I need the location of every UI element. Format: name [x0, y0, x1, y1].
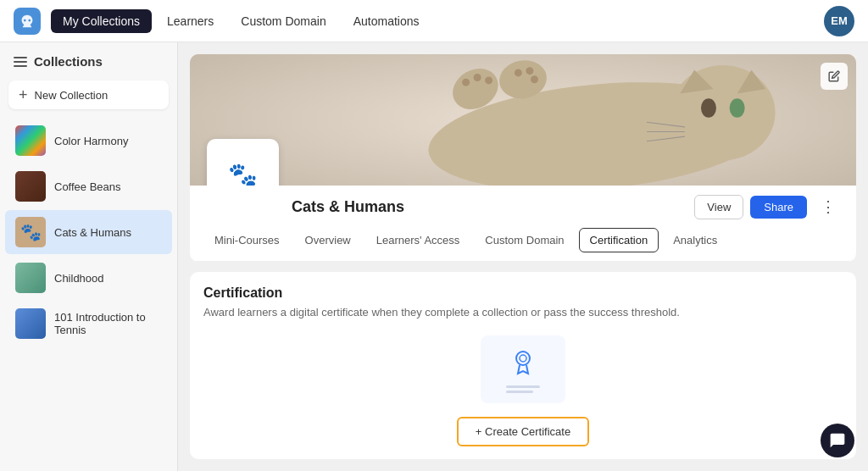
nav-learners[interactable]: Learners — [155, 9, 225, 33]
cert-line-1 — [506, 385, 540, 388]
certification-title: Certification — [203, 285, 843, 301]
collection-thumbnail: 🐾 — [207, 139, 279, 186]
svg-point-17 — [485, 76, 492, 84]
svg-point-21 — [516, 352, 530, 365]
tab-certification[interactable]: Certification — [579, 228, 659, 252]
certification-description: Award learners a digital certificate whe… — [203, 306, 843, 319]
nav-my-collections[interactable]: My Collections — [51, 9, 152, 33]
cert-line-2 — [506, 391, 533, 393]
main-layout: Collections + New Collection Color Harmo… — [0, 42, 868, 471]
collection-thumb-color-harmony — [15, 125, 46, 156]
certification-placeholder: + Create Certificate — [203, 335, 843, 446]
collection-info-row: Cats & Humans View Share ⋮ — [190, 186, 856, 228]
user-avatar[interactable]: EM — [824, 6, 854, 36]
svg-point-1 — [28, 19, 31, 21]
top-nav: My Collections Learners Custom Domain Au… — [0, 0, 868, 42]
new-collection-label: New Collection — [35, 89, 108, 102]
tabs-bar: Mini-Courses Overview Learners' Access C… — [190, 228, 856, 262]
svg-point-19 — [526, 67, 533, 75]
chat-fab-button[interactable] — [821, 424, 854, 457]
collection-banner: 🐾 — [190, 54, 856, 186]
svg-point-22 — [520, 355, 526, 362]
banner-edit-button[interactable] — [821, 63, 848, 90]
content-area: 🐾 Cats & Humans View Share ⋮ Mini-Course… — [178, 42, 868, 471]
cert-icon-lines — [506, 385, 540, 393]
collection-thumb-tennis — [15, 308, 46, 339]
tab-custom-domain[interactable]: Custom Domain — [474, 228, 575, 252]
tab-analytics[interactable]: Analytics — [662, 228, 728, 252]
collection-name-tennis: 101 Introduction to Tennis — [54, 311, 162, 336]
sidebar-item-cats-humans[interactable]: 🐾 Cats & Humans — [5, 210, 172, 254]
hamburger-menu[interactable] — [14, 57, 27, 67]
svg-point-15 — [462, 79, 470, 86]
tab-overview[interactable]: Overview — [294, 228, 362, 252]
sidebar-item-color-harmony[interactable]: Color Harmony — [5, 119, 172, 163]
banner-image — [190, 54, 856, 186]
sidebar: Collections + New Collection Color Harmo… — [0, 42, 178, 471]
share-button[interactable]: Share — [750, 196, 807, 219]
collection-header-card: 🐾 Cats & Humans View Share ⋮ Mini-Course… — [190, 54, 856, 262]
svg-point-18 — [515, 69, 522, 76]
collection-name-coffee-beans: Coffee Beans — [54, 180, 121, 193]
svg-point-16 — [474, 74, 481, 81]
svg-point-7 — [730, 98, 745, 117]
create-certificate-button[interactable]: + Create Certificate — [457, 417, 589, 446]
collection-name-color-harmony: Color Harmony — [54, 135, 128, 147]
certification-content: Certification Award learners a digital c… — [190, 272, 856, 459]
collection-actions: View Share ⋮ — [694, 194, 843, 219]
nav-automations[interactable]: Automations — [342, 9, 431, 33]
collection-title: Cats & Humans — [292, 198, 694, 216]
collection-thumb-cats-humans: 🐾 — [15, 217, 46, 247]
sidebar-item-coffee-beans[interactable]: Coffee Beans — [5, 164, 172, 208]
svg-point-0 — [24, 19, 26, 21]
collection-name-cats-humans: Cats & Humans — [54, 226, 131, 239]
more-options-button[interactable]: ⋮ — [814, 194, 843, 219]
collection-name-childhood: Childhood — [54, 272, 104, 285]
sidebar-title: Collections — [34, 54, 103, 69]
new-collection-button[interactable]: + New Collection — [8, 80, 169, 109]
collection-list: Color Harmony Coffee Beans 🐾 Cats & Huma… — [0, 118, 177, 346]
collection-thumb-childhood — [15, 263, 46, 293]
svg-point-20 — [531, 75, 538, 83]
certificate-icon — [508, 346, 538, 377]
collection-thumb-coffee-beans — [15, 171, 46, 202]
svg-point-5 — [670, 65, 776, 160]
tab-learners-access[interactable]: Learners' Access — [365, 228, 471, 252]
sidebar-item-tennis[interactable]: 101 Introduction to Tennis — [5, 302, 172, 346]
svg-point-6 — [701, 98, 716, 117]
plus-icon: + — [19, 87, 28, 103]
app-logo — [14, 8, 41, 35]
nav-custom-domain[interactable]: Custom Domain — [229, 9, 337, 33]
sidebar-header: Collections — [0, 42, 177, 77]
view-button[interactable]: View — [694, 195, 743, 219]
certification-panel: Certification Award learners a digital c… — [190, 272, 856, 459]
tab-mini-courses[interactable]: Mini-Courses — [203, 228, 291, 252]
certificate-icon-box — [481, 335, 565, 403]
sidebar-item-childhood[interactable]: Childhood — [5, 256, 172, 300]
